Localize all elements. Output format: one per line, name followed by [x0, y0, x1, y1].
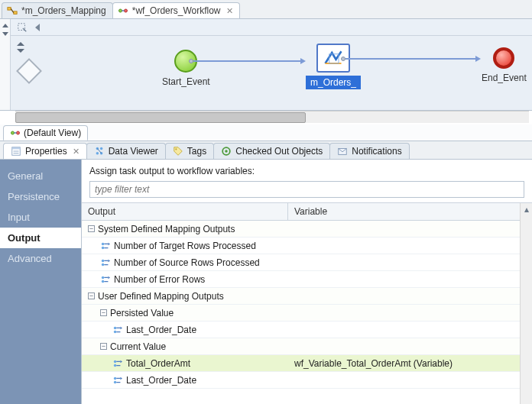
output-port-icon: [112, 359, 123, 368]
tab-checked-out[interactable]: Checked Out Objects: [213, 143, 330, 159]
marquee-select-icon[interactable]: [17, 22, 28, 33]
row-label: Last_Order_Date: [126, 375, 196, 386]
sidenav-advanced[interactable]: Advanced: [0, 248, 81, 269]
vertical-scrollbar[interactable]: ▴: [520, 203, 532, 404]
tree-collapse-icon[interactable]: −: [88, 225, 95, 232]
properties-sidenav: General Persistence Input Output Advance…: [0, 160, 81, 404]
close-icon[interactable]: ✕: [73, 147, 79, 157]
table-row[interactable]: Number of Source Rows Processed: [82, 254, 532, 271]
scroll-up-icon[interactable]: ▴: [521, 203, 532, 215]
scroll-down-icon[interactable]: [2, 32, 8, 36]
tab-properties-label: Properties: [25, 146, 67, 157]
row-label: Persisted Value: [110, 308, 174, 318]
col-variable-header[interactable]: Variable: [288, 203, 532, 220]
assign-label: Assign task output to workflow variables…: [82, 160, 532, 181]
cell-variable[interactable]: wf_Variable_Total_OrderAmt (Variable): [288, 358, 532, 369]
tab-notifications-label: Notifications: [352, 146, 401, 157]
cell-output: Total_OrderAmt: [82, 358, 288, 369]
table-row[interactable]: Number of Target Rows Processed: [82, 238, 532, 254]
properties-tab-row: Properties ✕ Data Viewer Tags Checked Ou…: [0, 141, 532, 160]
row-label: System Defined Mapping Outputs: [98, 224, 235, 234]
tab-workflow-label: *wf_Orders_Workflow: [132, 5, 221, 16]
output-table: Output Variable −System Defined Mapping …: [82, 202, 532, 404]
table-row[interactable]: −Current Value: [82, 338, 532, 355]
tag-icon: [173, 146, 183, 157]
cell-output: Last_Order_Date: [82, 325, 288, 335]
filter-input[interactable]: [89, 181, 524, 198]
col-output-header[interactable]: Output: [82, 203, 288, 220]
row-label: Number of Target Rows Processed: [114, 241, 256, 251]
table-row[interactable]: Total_OrderAmtwf_Variable_Total_OrderAmt…: [82, 355, 532, 372]
table-row[interactable]: −System Defined Mapping Outputs: [82, 221, 532, 238]
tab-workflow[interactable]: *wf_Orders_Workflow ✕: [112, 2, 240, 18]
properties-icon: [11, 146, 21, 157]
tab-data-viewer-label: Data Viewer: [109, 146, 158, 157]
cell-output: −User Defined Mapping Outputs: [82, 291, 288, 302]
sidenav-input[interactable]: Input: [0, 207, 81, 228]
close-icon[interactable]: ✕: [226, 6, 233, 16]
end-event-label: End_Event: [482, 73, 527, 83]
data-viewer-icon: [94, 146, 105, 157]
output-port-icon: [100, 275, 111, 284]
sidenav-output[interactable]: Output: [0, 228, 81, 248]
start-event-label: Start_Event: [162, 76, 210, 87]
cell-output: −Current Value: [82, 341, 288, 352]
arrow-head-icon: [300, 58, 306, 64]
workflow-icon: [10, 128, 21, 138]
tab-mapping-label: *m_Orders_Mapping: [21, 5, 106, 16]
table-header: Output Variable: [82, 203, 532, 221]
cell-output: −System Defined Mapping Outputs: [82, 224, 288, 234]
row-label: Number of Error Rows: [114, 274, 205, 285]
connection-line: [193, 60, 300, 62]
filter-wrap: [89, 181, 524, 198]
view-strip: (Default View): [0, 124, 532, 141]
table-row[interactable]: −Persisted Value: [82, 305, 532, 322]
default-view-tab[interactable]: (Default View): [3, 125, 88, 141]
mapping-task-label: m_Orders_: [306, 76, 361, 89]
mapping-task-node[interactable]: m_Orders_: [306, 44, 361, 89]
canvas-header: [11, 19, 532, 36]
tab-tags-label: Tags: [187, 146, 206, 157]
scroll-thumb[interactable]: [15, 112, 306, 123]
tab-data-viewer[interactable]: Data Viewer: [86, 143, 166, 159]
arrow-head-icon: [475, 56, 481, 62]
table-body: −System Defined Mapping OutputsNumber of…: [82, 221, 532, 389]
tab-tags[interactable]: Tags: [165, 143, 214, 159]
table-row[interactable]: Number of Error Rows: [82, 271, 532, 288]
palette-down-icon[interactable]: [17, 49, 24, 53]
row-label: Total_OrderAmt: [126, 358, 190, 369]
checked-out-icon: [221, 146, 232, 157]
row-label: Last_Order_Date: [126, 325, 196, 335]
canvas-side-toolbar: [0, 19, 11, 110]
table-row[interactable]: Last_Order_Date: [82, 322, 532, 338]
sidenav-general[interactable]: General: [0, 166, 81, 186]
palette-up-icon[interactable]: [17, 42, 24, 46]
tab-checked-out-label: Checked Out Objects: [235, 146, 323, 157]
horizontal-scrollbar[interactable]: [15, 111, 529, 123]
notifications-icon: [337, 146, 348, 157]
cell-output: Number of Error Rows: [82, 274, 288, 285]
cell-output: −Persisted Value: [82, 308, 288, 318]
canvas-main[interactable]: Start_Event m_Orders_ End_Event: [11, 19, 532, 110]
palette: [17, 42, 41, 86]
tab-notifications[interactable]: Notifications: [329, 143, 409, 159]
collapse-left-icon[interactable]: [35, 24, 40, 31]
tree-collapse-icon[interactable]: −: [100, 309, 107, 316]
table-row[interactable]: Last_Order_Date: [82, 372, 532, 389]
table-row[interactable]: −User Defined Mapping Outputs: [82, 288, 532, 305]
workflow-icon: [118, 5, 128, 16]
gateway-palette-item[interactable]: [16, 58, 42, 84]
sidenav-persistence[interactable]: Persistence: [0, 186, 81, 207]
tab-properties[interactable]: Properties ✕: [3, 143, 87, 159]
tab-mapping[interactable]: *m_Orders_Mapping: [2, 2, 113, 18]
end-event-node[interactable]: End_Event: [482, 47, 527, 83]
workflow-canvas: Start_Event m_Orders_ End_Event: [0, 19, 532, 111]
end-event-icon: [493, 47, 514, 69]
mapping-icon: [7, 5, 18, 16]
scroll-up-icon[interactable]: [2, 24, 8, 27]
tree-collapse-icon[interactable]: −: [100, 343, 107, 350]
tree-collapse-icon[interactable]: −: [88, 292, 95, 299]
cell-output: Number of Source Rows Processed: [82, 257, 288, 268]
row-label: User Defined Mapping Outputs: [98, 291, 224, 302]
start-event-node[interactable]: Start_Event: [162, 50, 210, 87]
